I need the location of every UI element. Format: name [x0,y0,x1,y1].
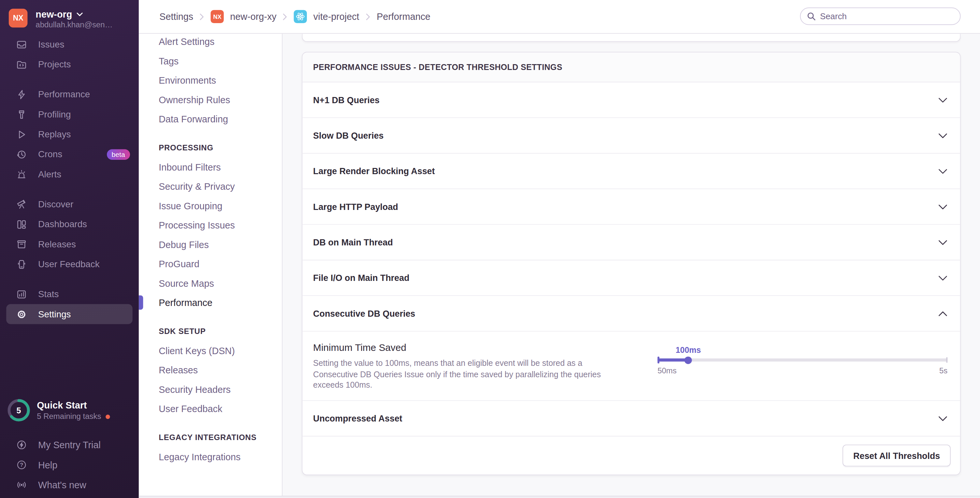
settings-nav-proguard[interactable]: ProGuard [139,254,282,273]
row-n1-db-queries[interactable]: N+1 DB Queries [303,82,960,118]
sidebar-item-stats[interactable]: Stats [0,284,139,304]
sidebar-nav: Issues Projects Performance Profiling [0,33,139,324]
breadcrumb-settings[interactable]: Settings [159,11,193,22]
settings-nav-processing-issues[interactable]: Processing Issues [139,216,282,235]
row-file-io-on-main-thread[interactable]: File I/O on Main Thread [303,260,960,296]
sidebar-item-profiling[interactable]: Profiling [0,104,139,124]
org-avatar: NX [9,9,28,28]
settings-nav-data-forwarding[interactable]: Data Forwarding [139,109,282,128]
row-slow-db-queries[interactable]: Slow DB Queries [303,118,960,154]
sidebar-item-label: Help [38,459,57,470]
discover-telescope-icon [16,198,27,210]
breadcrumb-page: Performance [377,11,430,22]
sidebar-item-performance[interactable]: Performance [0,84,139,104]
slider-track[interactable] [657,358,947,362]
settings-nav-environments[interactable]: Environments [139,71,282,90]
settings-nav-heading-legacy-integrations: LEGACY INTEGRATIONS [139,428,282,447]
row-uncompressed-asset[interactable]: Uncompressed Asset [303,401,960,436]
settings-nav-issue-grouping[interactable]: Issue Grouping [139,196,282,215]
panel-title: PERFORMANCE ISSUES - DETECTOR THRESHOLD … [303,52,960,82]
alerts-siren-icon [16,169,27,180]
sidebar-item-crons[interactable]: Crons beta [0,144,139,164]
sidebar-item-discover[interactable]: Discover [0,194,139,214]
sidebar-item-issues[interactable]: Issues [0,35,139,54]
sidebar-item-dashboards[interactable]: Dashboards [0,214,139,234]
row-consecutive-db-queries[interactable]: Consecutive DB Queries [303,296,960,331]
notification-dot [105,414,110,419]
settings-nav-label: Debug Files [159,239,209,250]
settings-nav-heading-sdk-setup: SDK SETUP [139,322,282,341]
search-icon [807,12,816,21]
slider-handle[interactable] [684,356,692,363]
settings-nav-inbound-filters[interactable]: Inbound Filters [139,157,282,176]
chevron-down-icon [938,97,948,103]
sidebar-item-alerts[interactable]: Alerts [0,164,139,184]
search-box [800,8,961,25]
app-root: NX new-org abdullah.khan@sen… Issues [0,0,980,498]
breadcrumb-org[interactable]: new-org-xy [230,11,276,22]
breadcrumb-separator-icon [366,13,371,20]
settings-nav-client-keys[interactable]: Client Keys (DSN) [139,341,282,360]
row-large-http-payload[interactable]: Large HTTP Payload [303,189,960,225]
settings-nav-label: Source Maps [159,278,214,289]
settings-nav-label: Issue Grouping [159,200,222,211]
user-feedback-icon [16,259,27,270]
sidebar-item-label: Alerts [38,169,61,179]
sidebar-item-label: Projects [38,59,71,69]
breadcrumb-separator-icon [199,13,204,20]
settings-nav-label: Data Forwarding [159,114,228,124]
row-label: Large Render Blocking Asset [313,166,435,176]
row-label: Large HTTP Payload [313,202,398,212]
sidebar-item-replays[interactable]: Replays [0,124,139,144]
sidebar-item-my-sentry-trial[interactable]: My Sentry Trial [0,435,139,454]
row-db-on-main-thread[interactable]: DB on Main Thread [303,225,960,260]
consecutive-db-queries-detail: Minimum Time Saved Setting the value to … [303,331,960,401]
broadcast-icon [16,479,27,490]
quick-start[interactable]: 5 Quick Start 5 Remaining tasks [0,392,139,428]
sidebar-item-help[interactable]: ? Help [0,455,139,474]
settings-nav-security-headers[interactable]: Security Headers [139,379,282,399]
detector-threshold-panel: PERFORMANCE ISSUES - DETECTOR THRESHOLD … [302,52,961,475]
settings-nav-releases[interactable]: Releases [139,360,282,379]
sidebar-item-releases[interactable]: Releases [0,234,139,254]
settings-nav-tags[interactable]: Tags [139,51,282,70]
settings-nav-label: Environments [159,75,216,86]
row-label: N+1 DB Queries [313,95,380,105]
settings-nav-user-feedback[interactable]: User Feedback [139,399,282,418]
sidebar-item-label: Discover [38,199,73,209]
settings-nav-legacy-integrations[interactable]: Legacy Integrations [139,447,282,466]
settings-nav-debug-files[interactable]: Debug Files [139,235,282,254]
svg-text:?: ? [19,462,23,468]
settings-nav-ownership-rules[interactable]: Ownership Rules [139,90,282,109]
sidebar-item-settings[interactable]: Settings [6,304,133,324]
top-bar: Settings NX new-org-xy vite-project Perf… [139,0,980,34]
settings-nav-label: ProGuard [159,259,199,269]
quick-start-subtitle: 5 Remaining tasks [37,412,101,421]
chevron-down-icon [938,204,948,209]
slider-max-tick [946,357,947,363]
settings-nav-security-privacy[interactable]: Security & Privacy [139,177,282,196]
releases-icon [16,239,27,250]
reset-all-thresholds-button[interactable]: Reset All Thresholds [843,445,950,466]
trial-bolt-circle-icon [16,439,27,450]
sidebar-item-projects[interactable]: Projects [0,54,139,74]
settings-nav-source-maps[interactable]: Source Maps [139,273,282,293]
stats-icon [16,289,27,300]
sidebar-item-whats-new[interactable]: What's new [0,474,139,495]
panel-footer: Reset All Thresholds [303,436,960,474]
min-time-saved-slider: 100ms 50ms 5s [657,342,947,400]
slider-max-label: 5s [939,366,947,375]
breadcrumb: Settings NX new-org-xy vite-project Perf… [159,10,430,23]
chevron-down-icon [938,416,948,421]
org-switcher[interactable]: NX new-org abdullah.khan@sen… [0,0,139,29]
slider-min-tick [657,357,659,363]
settings-nav-performance[interactable]: Performance [139,293,282,312]
chevron-down-icon [938,133,948,138]
settings-nav-alert-settings[interactable]: Alert Settings [139,32,282,51]
sidebar-item-label: Crons [38,149,62,159]
progress-ring-icon: 5 [6,398,31,423]
row-large-render-blocking-asset[interactable]: Large Render Blocking Asset [303,154,960,189]
search-input[interactable] [820,11,954,21]
breadcrumb-project[interactable]: vite-project [313,11,360,22]
sidebar-item-user-feedback[interactable]: User Feedback [0,254,139,274]
